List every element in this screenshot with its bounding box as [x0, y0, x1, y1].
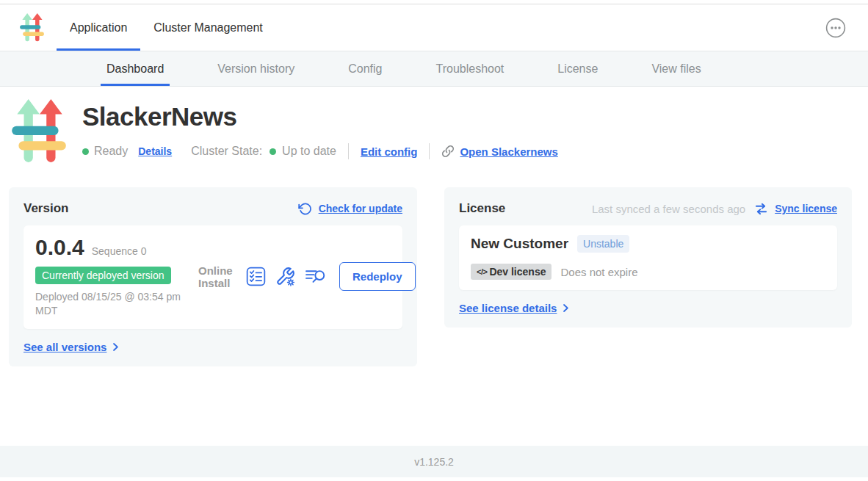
tab-cluster-management-label: Cluster Management: [153, 21, 263, 35]
page-footer: v1.125.2: [0, 446, 868, 477]
subnav-tab-config-label: Config: [348, 62, 382, 76]
license-type-label: Dev license: [489, 266, 546, 278]
code-icon: </>: [477, 267, 487, 276]
page-title: SlackerNews: [82, 102, 558, 131]
tab-application[interactable]: Application: [57, 4, 140, 51]
open-app-link[interactable]: Open Slackernews: [441, 145, 557, 158]
subnav-tab-dashboard[interactable]: Dashboard: [101, 51, 170, 86]
dashboard-cards: Version Check for update 0.0.4 Sequence …: [9, 187, 852, 366]
subnav-tab-license-label: License: [557, 62, 598, 76]
subnav-tab-dashboard-label: Dashboard: [106, 62, 164, 76]
see-all-versions-label: See all versions: [23, 341, 106, 353]
overflow-menu-button[interactable]: [825, 18, 846, 38]
refresh-icon: [298, 202, 312, 216]
current-version-panel: 0.0.4 Sequence 0 Currently deployed vers…: [23, 225, 402, 329]
tab-cluster-management[interactable]: Cluster Management: [140, 4, 276, 51]
subnav-tab-troubleshoot-label: Troubleshoot: [435, 62, 504, 76]
subnav-tab-troubleshoot[interactable]: Troubleshoot: [430, 51, 510, 86]
open-app-link-label: Open Slackernews: [460, 145, 557, 158]
cluster-state-dot: [270, 148, 276, 155]
version-info: 0.0.4 Sequence 0 Currently deployed vers…: [35, 235, 198, 319]
see-license-details-link[interactable]: See license details: [459, 302, 837, 314]
sync-license-label: Sync license: [775, 203, 837, 214]
top-nav: Application Cluster Management: [0, 4, 868, 51]
customer-name: New Customer: [471, 236, 568, 252]
app-status-dot: [82, 148, 89, 155]
app-header: SlackerNews Ready Details Cluster State:…: [12, 99, 558, 165]
subnav-tab-view-files[interactable]: View files: [645, 51, 706, 86]
subnav-tab-version-history-label: Version history: [217, 62, 294, 76]
license-type-row: </> Dev license Does not expire: [471, 264, 825, 280]
expiration-label: Does not expire: [560, 266, 637, 278]
chevron-right-icon: [112, 342, 119, 352]
install-type-label: Online Install: [198, 264, 236, 290]
sequence-label: Sequence 0: [92, 245, 147, 257]
preflight-checks-button[interactable]: [246, 267, 266, 286]
check-for-update-label: Check for update: [319, 203, 402, 214]
sync-license-link[interactable]: Sync license: [754, 203, 837, 215]
checklist-icon: [246, 267, 266, 286]
chevron-right-icon: [563, 303, 569, 313]
see-license-details-label: See license details: [459, 302, 557, 314]
license-card-header: License Last synced a few seconds ago Sy…: [459, 201, 837, 216]
divider: [348, 143, 349, 159]
status-details-link[interactable]: Details: [138, 145, 172, 157]
edit-config-link[interactable]: Edit config: [361, 145, 418, 158]
swap-arrows-icon: [754, 203, 768, 215]
console-version-label: v1.125.2: [414, 456, 454, 468]
version-card: Version Check for update 0.0.4 Sequence …: [9, 187, 417, 366]
check-for-update[interactable]: Check for update: [298, 202, 402, 216]
app-header-info: SlackerNews Ready Details Cluster State:…: [82, 99, 558, 165]
app-logo-icon: [19, 13, 45, 43]
file-search-icon: [305, 267, 328, 286]
app-status-row: Ready Details Cluster State: Up to date …: [82, 143, 558, 159]
admin-console-page: Application Cluster Management Dashboard…: [0, 0, 868, 481]
tab-application-label: Application: [70, 21, 127, 35]
version-config-button[interactable]: [275, 267, 295, 286]
version-number: 0.0.4: [35, 235, 84, 260]
wrench-gear-icon: [275, 267, 295, 286]
divider: [429, 143, 430, 159]
subnav-tab-view-files-label: View files: [651, 62, 701, 76]
license-card-title: License: [459, 201, 505, 216]
view-logs-button[interactable]: [305, 267, 328, 286]
license-card: License Last synced a few seconds ago Sy…: [444, 187, 852, 328]
subnav-tab-config[interactable]: Config: [342, 51, 388, 86]
channel-badge: Unstable: [577, 235, 629, 253]
cluster-state-label: Cluster State:: [191, 145, 262, 158]
primary-tabs: Application Cluster Management: [57, 4, 276, 51]
customer-row: New Customer Unstable: [471, 235, 825, 253]
ellipsis-circle-icon: [825, 18, 846, 38]
app-subnav: Dashboard Version history Config Trouble…: [0, 51, 868, 87]
redeploy-button[interactable]: Redeploy: [339, 262, 416, 291]
deployed-badge: Currently deployed version: [35, 267, 171, 284]
license-panel: New Customer Unstable </> Dev license Do…: [459, 225, 837, 290]
deployed-timestamp: Deployed 08/15/25 @ 03:54 pm MDT: [35, 290, 182, 319]
cluster-state-value: Up to date: [282, 145, 336, 158]
license-type-badge: </> Dev license: [471, 264, 551, 280]
see-all-versions-link[interactable]: See all versions: [23, 341, 402, 353]
subnav-tab-version-history[interactable]: Version history: [211, 51, 300, 86]
version-card-header: Version Check for update: [23, 201, 402, 216]
chain-link-icon: [441, 145, 455, 158]
version-card-title: Version: [23, 201, 68, 216]
app-logo-large-icon: [12, 99, 66, 165]
app-status-label: Ready: [94, 145, 128, 158]
last-synced-label: Last synced a few seconds ago: [592, 203, 745, 215]
subnav-tab-license[interactable]: License: [551, 51, 604, 86]
version-actions: Online Install: [198, 262, 416, 291]
